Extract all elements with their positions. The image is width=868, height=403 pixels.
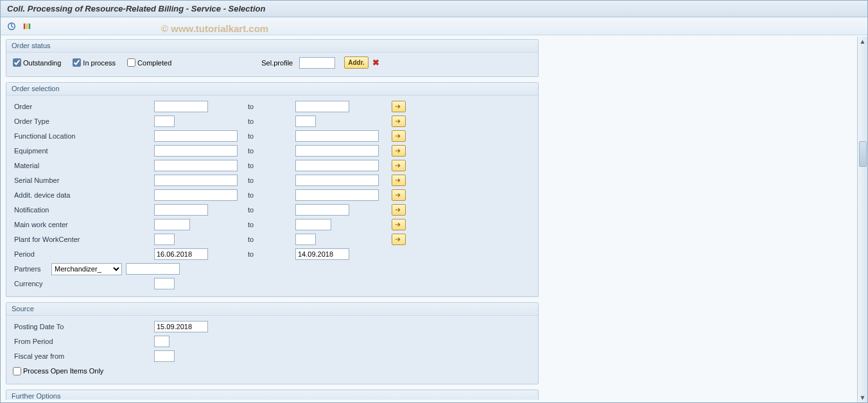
multiple-selection-button[interactable] <box>392 234 406 245</box>
checkbox-outstanding-input[interactable] <box>13 58 21 67</box>
multiple-selection-button[interactable] <box>392 116 406 127</box>
svg-rect-3 <box>29 23 31 29</box>
partners-label: Partners <box>13 265 51 273</box>
selection-row: Equipmentto <box>13 144 532 158</box>
selection-row: Order Typeto <box>13 114 532 128</box>
posting-date-input[interactable] <box>154 321 208 332</box>
fiscal-year-input[interactable] <box>154 350 175 362</box>
selprofile-input[interactable] <box>299 57 335 69</box>
checkbox-completed-input[interactable] <box>127 58 135 67</box>
to-label: to <box>244 147 295 155</box>
addr-button[interactable]: Addr. <box>344 56 369 69</box>
to-input[interactable] <box>295 204 349 216</box>
field-label: Plant for WorkCenter <box>13 236 154 243</box>
variant-button[interactable] <box>21 21 33 32</box>
to-input[interactable] <box>295 189 379 201</box>
scroll-track[interactable] <box>858 45 867 394</box>
to-label: to <box>244 132 295 140</box>
partners-input[interactable] <box>126 263 180 275</box>
from-input[interactable] <box>154 116 175 127</box>
from-period-label: From Period <box>13 338 154 345</box>
to-input[interactable] <box>295 130 379 142</box>
multiple-selection-button[interactable] <box>392 130 406 142</box>
vertical-scrollbar[interactable]: ▲ ▼ <box>857 37 867 402</box>
to-input[interactable] <box>295 160 379 171</box>
to-label: to <box>244 236 295 243</box>
to-input[interactable] <box>295 101 349 112</box>
from-input[interactable] <box>154 189 238 201</box>
selection-row: Serial Numberto <box>13 173 532 187</box>
selection-row: Plant for WorkCenterto <box>13 232 532 246</box>
posting-date-label: Posting Date To <box>13 323 154 330</box>
from-input[interactable] <box>154 160 238 171</box>
to-label: to <box>244 162 295 169</box>
multiple-selection-button[interactable] <box>392 204 406 216</box>
field-label: Equipment <box>13 147 154 155</box>
from-period-input[interactable] <box>154 336 169 347</box>
to-label: to <box>244 221 295 228</box>
from-input[interactable] <box>154 101 208 112</box>
field-label: Period <box>13 250 154 258</box>
svg-rect-1 <box>24 23 26 29</box>
checkbox-completed[interactable]: Completed <box>127 58 171 67</box>
checkbox-completed-label: Completed <box>137 59 171 67</box>
toolbar <box>1 17 867 35</box>
currency-row: Currency <box>13 277 532 291</box>
from-input[interactable] <box>154 204 208 216</box>
cancel-icon[interactable]: ✖ <box>372 58 379 67</box>
from-input[interactable] <box>154 219 190 230</box>
to-label: to <box>244 176 295 184</box>
multiple-selection-button[interactable] <box>392 160 406 171</box>
selection-row: Addit. device datato <box>13 188 532 202</box>
checkbox-outstanding[interactable]: Outstanding <box>13 58 61 67</box>
checkbox-inprocess-input[interactable] <box>73 58 81 67</box>
multiple-selection-button[interactable] <box>392 219 406 230</box>
checkbox-process-open-input[interactable] <box>13 367 21 375</box>
selection-row: Periodto <box>13 247 532 261</box>
group-title-further: Further Options <box>6 390 538 400</box>
selection-row: Functional Locationto <box>13 129 532 143</box>
group-title-status: Order status <box>6 40 538 53</box>
group-source: Source Posting Date To From Period Fisca… <box>6 302 539 384</box>
from-input[interactable] <box>154 248 208 260</box>
selection-row: Main work centerto <box>13 218 532 232</box>
scroll-down-icon[interactable]: ▼ <box>860 394 866 401</box>
to-label: to <box>244 191 295 199</box>
field-label: Notification <box>13 206 154 214</box>
group-order-status: Order status Outstanding In process Comp… <box>6 39 539 77</box>
checkbox-inprocess[interactable]: In process <box>73 58 116 67</box>
fiscal-year-label: Fiscal year from <box>13 352 154 360</box>
to-input[interactable] <box>295 219 331 230</box>
from-input[interactable] <box>154 234 175 245</box>
to-input[interactable] <box>295 175 379 186</box>
partners-row: PartnersMerchandizer_ <box>13 262 532 276</box>
currency-input[interactable] <box>154 278 175 289</box>
from-input[interactable] <box>154 175 238 186</box>
scroll-thumb[interactable] <box>859 141 867 167</box>
from-input[interactable] <box>154 130 238 142</box>
to-input[interactable] <box>295 145 379 157</box>
checkbox-process-open[interactable]: Process Open Items Only <box>13 367 103 375</box>
svg-rect-2 <box>26 23 28 29</box>
group-title-selection: Order selection <box>6 83 538 96</box>
to-input[interactable] <box>295 234 316 245</box>
multiple-selection-button[interactable] <box>392 189 406 201</box>
scroll-up-icon[interactable]: ▲ <box>860 38 866 45</box>
multiple-selection-button[interactable] <box>392 145 406 157</box>
from-input[interactable] <box>154 145 238 157</box>
field-label: Material <box>13 162 154 169</box>
multiple-selection-button[interactable] <box>392 175 406 186</box>
page-title: Coll. Processing of Resource-Related Bil… <box>1 1 867 17</box>
to-input[interactable] <box>295 248 349 260</box>
selection-row: Materialto <box>13 159 532 173</box>
multiple-selection-button[interactable] <box>392 101 406 112</box>
content-area: Order status Outstanding In process Comp… <box>3 37 865 400</box>
group-order-selection: Order selection OrdertoOrder TypetoFunct… <box>6 82 539 297</box>
to-input[interactable] <box>295 116 316 127</box>
partners-select[interactable]: Merchandizer_ <box>51 263 122 275</box>
checkbox-process-open-label: Process Open Items Only <box>23 367 103 375</box>
group-further-options: Further Options <box>6 390 539 400</box>
to-label: to <box>244 103 295 110</box>
execute-button[interactable] <box>6 21 17 32</box>
checkbox-inprocess-label: In process <box>83 59 116 67</box>
